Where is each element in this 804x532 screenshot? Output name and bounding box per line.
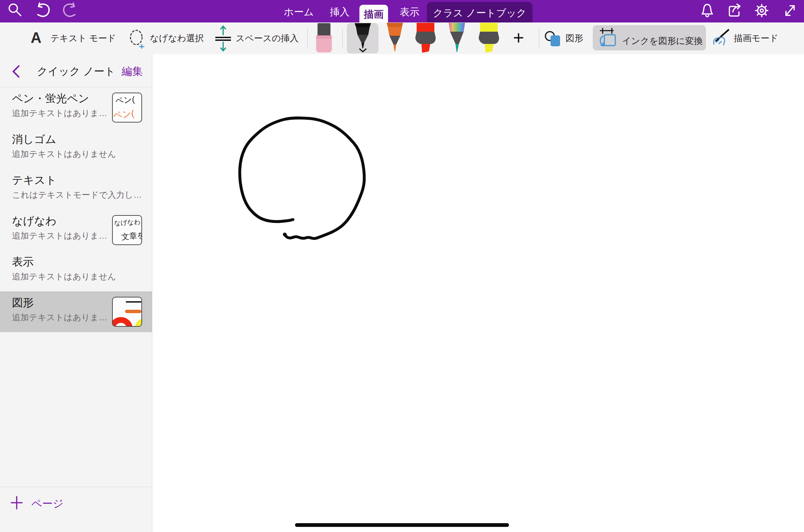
page-title: 表示 xyxy=(12,255,34,270)
svg-text:なげなわ: なげなわ xyxy=(114,218,141,227)
page-subtitle: これはテキストモードで入力し… xyxy=(12,189,142,200)
draw-mode-label: 描画モード xyxy=(734,22,778,54)
home-indicator[interactable] xyxy=(295,523,509,527)
text-mode-button[interactable]: A テキスト モード xyxy=(31,22,114,54)
add-pen-button[interactable]: + xyxy=(510,22,527,54)
shapes-label: 図形 xyxy=(566,22,583,54)
page-subtitle: 追加テキストはありま… xyxy=(12,312,107,323)
page-thumbnail: ペン( ペン( xyxy=(112,93,142,123)
top-app-bar: ホーム 挿入 描画 表示 クラス ノートブック xyxy=(0,0,804,22)
rainbow-pen-tool[interactable] xyxy=(446,23,467,53)
redo-icon xyxy=(62,2,78,19)
tab-draw[interactable]: 描画 xyxy=(359,5,388,22)
add-page-button[interactable]: ページ xyxy=(0,487,152,532)
draw-ribbon-toolbar: A テキスト モード なげなわ選択 スペースの挿入 xyxy=(0,22,804,54)
page-subtitle: 追加テキストはありません xyxy=(12,271,116,282)
shapes-button[interactable]: 図形 xyxy=(544,22,585,54)
expand-fullscreen-icon[interactable] xyxy=(783,2,798,19)
tab-view[interactable]: 表示 xyxy=(395,0,424,22)
search-icon[interactable] xyxy=(7,2,22,19)
note-drawing-canvas[interactable] xyxy=(152,54,804,532)
lasso-select-button[interactable]: なげなわ選択 xyxy=(129,22,202,54)
pen-options-chevron-down-icon[interactable] xyxy=(359,48,367,52)
convert-ink-to-shape-button[interactable]: インクを図形に変換 xyxy=(593,25,706,50)
page-row-view[interactable]: 表示 追加テキストはありません xyxy=(0,251,152,291)
convert-ink-to-shape-label: インクを図形に変換 xyxy=(622,25,703,57)
red-highlighter-tool[interactable] xyxy=(414,23,437,53)
add-page-label: ページ xyxy=(31,497,63,511)
tab-class-notebook[interactable]: クラス ノートブック xyxy=(427,2,532,22)
page-thumbnail xyxy=(112,297,142,327)
page-title: 消しゴム xyxy=(12,132,56,147)
page-subtitle: 追加テキストはありま… xyxy=(12,108,107,119)
page-list-sidebar: クイック ノート 編集 ペン・蛍光ペン 追加テキストはありま… ペン( ペン( … xyxy=(0,54,152,532)
page-subtitle: 追加テキストはありません xyxy=(12,148,116,160)
insert-space-label: スペースの挿入 xyxy=(236,22,298,54)
share-icon[interactable] xyxy=(727,2,742,19)
tab-home[interactable]: ホーム xyxy=(279,0,318,22)
text-mode-icon: A xyxy=(31,29,42,46)
svg-text:ペン(: ペン( xyxy=(115,95,135,105)
lasso-select-label: なげなわ選択 xyxy=(150,22,204,54)
text-mode-label: テキスト モード xyxy=(50,22,116,54)
sidebar-header: クイック ノート 編集 xyxy=(0,54,152,87)
lasso-icon xyxy=(129,30,146,49)
notifications-bell-icon[interactable] xyxy=(700,2,714,19)
tab-insert[interactable]: 挿入 xyxy=(325,0,354,22)
page-row-lasso[interactable]: なげなわ 追加テキストはありま… なげなわ 文章を xyxy=(0,210,152,251)
svg-text:ペン(: ペン( xyxy=(113,108,135,120)
insert-space-button[interactable]: スペースの挿入 xyxy=(215,22,296,54)
page-title: ペン・蛍光ペン xyxy=(12,91,89,106)
svg-text:文章を: 文章を xyxy=(121,230,141,241)
settings-gear-icon[interactable] xyxy=(754,2,769,19)
yellow-highlighter-tool[interactable] xyxy=(477,23,500,53)
page-title: 図形 xyxy=(12,295,34,310)
ink-to-shape-icon xyxy=(598,28,618,48)
page-row-eraser[interactable]: 消しゴム 追加テキストはありません xyxy=(0,128,152,169)
page-row-pen-highlighter[interactable]: ペン・蛍光ペン 追加テキストはありま… ペン( ペン( xyxy=(0,87,152,128)
page-title: テキスト xyxy=(12,173,57,188)
orange-pen-tool[interactable] xyxy=(384,23,406,53)
ink-stroke-circle xyxy=(152,54,804,532)
undo-icon[interactable] xyxy=(35,2,51,19)
insert-space-icon xyxy=(215,25,232,52)
black-pen-tool-selected[interactable] xyxy=(347,23,378,53)
edit-button[interactable]: 編集 xyxy=(122,64,143,79)
page-title: なげなわ xyxy=(12,214,57,229)
page-thumbnail: なげなわ 文章を xyxy=(112,215,142,245)
plus-icon xyxy=(11,496,22,510)
page-row-text[interactable]: テキスト これはテキストモードで入力し… xyxy=(0,169,152,210)
draw-mode-button[interactable]: 描画モード xyxy=(711,22,783,54)
eraser-tool[interactable] xyxy=(316,23,332,53)
page-subtitle: 追加テキストはありま… xyxy=(12,230,107,241)
draw-mode-hand-pen-icon xyxy=(711,29,731,48)
page-row-shapes-selected[interactable]: 図形 追加テキストはありま… xyxy=(0,291,152,332)
shapes-icon xyxy=(544,30,562,48)
